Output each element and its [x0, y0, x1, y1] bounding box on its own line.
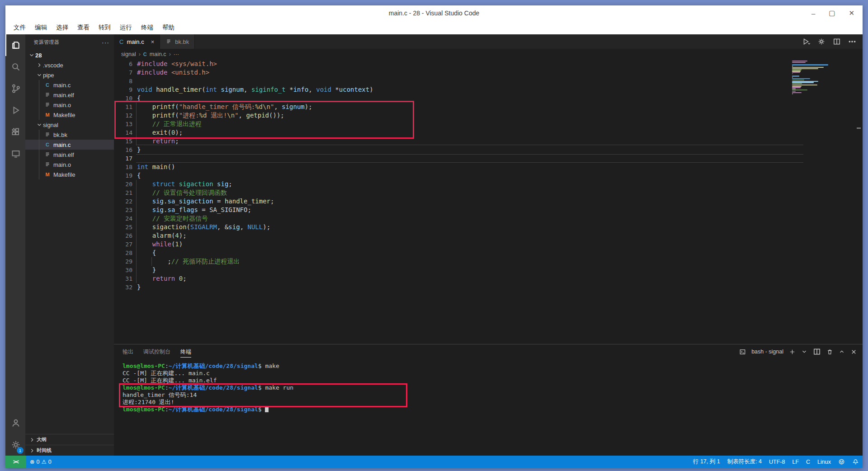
menu-item-帮助[interactable]: 帮助: [158, 22, 179, 33]
terminal[interactable]: lmos@lmos-PC:~/计算机基础/code/28/signal$ mak…: [114, 359, 863, 456]
menu-item-终端[interactable]: 终端: [137, 22, 158, 33]
code-line-16[interactable]: 16}: [114, 146, 863, 154]
explorer-icon[interactable]: [5, 34, 25, 56]
kill-terminal-icon[interactable]: [826, 349, 833, 355]
tree-item-main.c[interactable]: Cmain.c: [25, 140, 114, 150]
panel-tab-终端[interactable]: 终端: [180, 346, 191, 358]
tree-item-pipe[interactable]: pipe: [25, 70, 114, 80]
minimap-line: [792, 72, 800, 73]
tree-item-Makefile[interactable]: MMakefile: [25, 110, 114, 120]
code-line-30[interactable]: 30 }: [114, 266, 863, 274]
minimap[interactable]: [792, 61, 832, 94]
close-panel-icon[interactable]: [850, 349, 857, 355]
tab-main.c[interactable]: Cmain.c×: [114, 34, 160, 49]
breadcrumb-folder[interactable]: signal: [121, 51, 136, 57]
explorer-more-actions-icon[interactable]: ···: [102, 39, 109, 46]
indentation-status[interactable]: 制表符长度: 4: [724, 456, 765, 468]
extensions-icon[interactable]: [5, 121, 25, 143]
code-line-24[interactable]: 24 // 安装定时器信号: [114, 214, 863, 223]
terminal-line: CC -[M] 正在构建... main.c: [123, 370, 863, 377]
more-actions-icon[interactable]: [848, 38, 856, 46]
remote-indicator[interactable]: ><: [5, 456, 26, 468]
cursor-position[interactable]: 行 17, 列 1: [689, 456, 724, 468]
tree-item-bk.bk[interactable]: bk.bk: [25, 130, 114, 140]
code-text: }: [136, 266, 156, 274]
add-terminal-icon[interactable]: [789, 349, 796, 355]
tree-item-main.elf[interactable]: main.elf: [25, 150, 114, 160]
maximize-panel-icon[interactable]: [839, 349, 845, 355]
menu-item-运行[interactable]: 运行: [115, 22, 137, 33]
code-line-14[interactable]: 14 exit(0);: [114, 128, 863, 137]
panel-tab-调试控制台[interactable]: 调试控制台: [143, 346, 170, 358]
language-mode[interactable]: C: [802, 456, 814, 468]
tree-item-.vscode[interactable]: .vscode: [25, 60, 114, 70]
code-line-21[interactable]: 21 // 设置信号处理回调函数: [114, 188, 863, 197]
tree-item-main.o[interactable]: main.o: [25, 160, 114, 170]
minimap-line: [792, 78, 810, 79]
tree-item-main.o[interactable]: main.o: [25, 100, 114, 110]
terminal-picker-chevron-icon[interactable]: [801, 349, 807, 355]
notifications-bell-icon[interactable]: [849, 456, 863, 468]
code-line-7[interactable]: 7#include <unistd.h>: [114, 68, 863, 77]
sidebar-section-时间线[interactable]: 时间线: [25, 445, 114, 456]
breadcrumb-separator: ›: [169, 51, 171, 57]
split-editor-icon[interactable]: [833, 38, 841, 46]
tab-close-icon[interactable]: ×: [151, 38, 155, 45]
run-icon[interactable]: [802, 38, 810, 46]
settings-gear-icon[interactable]: [817, 38, 826, 46]
terminal-instance-label[interactable]: bash - signal: [751, 349, 783, 355]
feedback-icon[interactable]: [835, 456, 849, 468]
code-line-31[interactable]: 31 return 0;: [114, 274, 863, 283]
source-control-icon[interactable]: [5, 78, 25, 99]
menu-item-文件[interactable]: 文件: [9, 22, 30, 33]
code-line-22[interactable]: 22 sig.sa_sigaction = handle_timer;: [114, 197, 863, 206]
code-line-8[interactable]: 8: [114, 77, 863, 85]
close-button[interactable]: ✕: [849, 9, 854, 17]
encoding-status[interactable]: UTF-8: [765, 456, 788, 468]
code-line-27[interactable]: 27 while(1): [114, 240, 863, 249]
code-line-20[interactable]: 20 struct sigaction sig;: [114, 180, 863, 188]
activity-bar: 1: [5, 34, 25, 456]
os-indicator[interactable]: Linux: [814, 456, 835, 468]
tree-item-signal[interactable]: signal: [25, 120, 114, 130]
problems-status[interactable]: ⊗ 0 ⚠ 0: [26, 456, 55, 468]
breadcrumb-tail[interactable]: ···: [174, 51, 179, 57]
menu-item-转到[interactable]: 转到: [94, 22, 115, 33]
breadcrumb[interactable]: signal › C main.c › ···: [114, 49, 863, 60]
panel-tab-输出[interactable]: 输出: [123, 346, 133, 358]
code-line-32[interactable]: 32}: [114, 283, 863, 292]
tree-item-Makefile[interactable]: MMakefile: [25, 170, 114, 179]
code-line-26[interactable]: 26 alarm(4);: [114, 231, 863, 240]
tree-item-main.c[interactable]: Cmain.c: [25, 80, 114, 90]
tree-item-main.elf[interactable]: main.elf: [25, 90, 114, 100]
menu-item-选择[interactable]: 选择: [52, 22, 73, 33]
search-icon[interactable]: [5, 56, 25, 78]
tab-bk.bk[interactable]: bk.bk: [160, 34, 195, 49]
code-line-10[interactable]: 10{: [114, 94, 863, 103]
code-line-28[interactable]: 28 {: [114, 249, 863, 257]
menu-item-编辑[interactable]: 编辑: [30, 22, 52, 33]
maximize-button[interactable]: ▢: [829, 9, 835, 17]
code-editor[interactable]: 6#include <sys/wait.h>7#include <unistd.…: [114, 60, 863, 344]
code-line-25[interactable]: 25 sigaction(SIGALRM, &sig, NULL);: [114, 223, 863, 231]
eol-status[interactable]: LF: [788, 456, 802, 468]
code-line-9[interactable]: 9void handle_timer(int signum, siginfo_t…: [114, 85, 863, 94]
code-line-18[interactable]: 18int main(): [114, 163, 863, 171]
remote-explorer-icon[interactable]: [5, 143, 25, 165]
split-terminal-icon[interactable]: [813, 348, 821, 356]
account-icon[interactable]: [5, 412, 25, 434]
tree-item-28[interactable]: 28: [25, 50, 114, 60]
breadcrumb-file[interactable]: main.c: [150, 51, 166, 57]
code-line-12[interactable]: 12 printf("进程:%d 退出!\n", getpid());: [114, 111, 863, 120]
code-line-11[interactable]: 11 printf("handle_timer 信号码:%d\n", signu…: [114, 103, 863, 111]
run-debug-icon[interactable]: [5, 99, 25, 121]
code-line-23[interactable]: 23 sig.sa_flags = SA_SIGINFO;: [114, 206, 863, 214]
code-line-6[interactable]: 6#include <sys/wait.h>: [114, 60, 863, 68]
code-line-19[interactable]: 19{: [114, 171, 863, 180]
code-line-29[interactable]: 29 ;// 死循环防止进程退出: [114, 257, 863, 266]
menu-item-查看[interactable]: 查看: [73, 22, 94, 33]
code-line-13[interactable]: 13 // 正常退出进程: [114, 120, 863, 128]
minimize-button[interactable]: –: [811, 9, 815, 17]
settings-icon[interactable]: 1: [5, 434, 25, 456]
sidebar-section-大纲[interactable]: 大纲: [25, 434, 114, 445]
